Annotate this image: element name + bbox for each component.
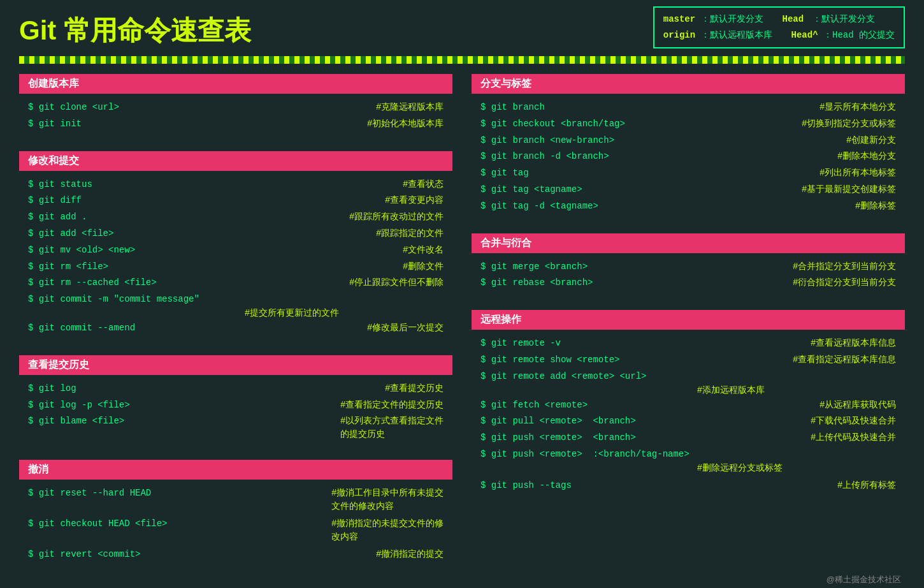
section-header-commit: 修改和提交 — [19, 151, 452, 171]
watermark: @稀土掘金技术社区 — [827, 574, 901, 585]
section-remote: 远程操作 $ git remote -v #查看远程版本库信息 $ git re… — [472, 310, 905, 501]
section-undo: 撤消 $ git reset --hard HEAD #撤消工作目录中所有未提交… — [19, 460, 452, 570]
section-merge: 合并与衍合 $ git merge <branch> #合并指定分支到当前分支 … — [472, 233, 905, 299]
divider — [19, 56, 905, 64]
section-header-merge: 合并与衍合 — [472, 233, 905, 253]
section-header-undo: 撤消 — [19, 460, 452, 480]
section-header-branch: 分支与标签 — [472, 74, 905, 94]
section-log: 查看提交历史 $ git log #查看提交历史 $ git log -p <f… — [19, 355, 452, 449]
section-create-repo: 创建版本库 $ git clone <url> #克隆远程版本库 $ git i… — [19, 74, 452, 140]
section-header-log: 查看提交历史 — [19, 355, 452, 375]
section-commit: 修改和提交 $ git status #查看状态 $ git diff #查看变… — [19, 151, 452, 344]
legend-box: master ：默认开发分支 Head ：默认开发分支 origin ：默认远程… — [653, 6, 905, 48]
section-branch: 分支与标签 $ git branch #显示所有本地分支 $ git check… — [472, 74, 905, 222]
section-header-create: 创建版本库 — [19, 74, 452, 94]
section-header-remote: 远程操作 — [472, 310, 905, 330]
